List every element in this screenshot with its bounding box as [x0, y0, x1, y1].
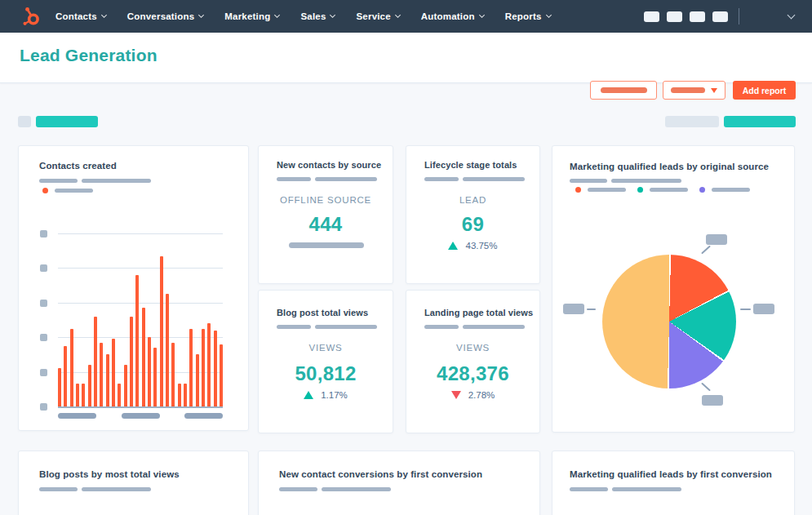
legend-item: [42, 188, 93, 193]
y-tick-placeholder: [40, 334, 47, 341]
bar: [184, 384, 187, 406]
redacted-dropdown-button[interactable]: [663, 81, 725, 100]
legend-item: [575, 187, 626, 193]
x-axis-labels: [58, 413, 223, 419]
redacted-text-bar: [671, 87, 705, 93]
redacted-text-bar: [82, 179, 151, 183]
card-title: New contacts by source: [277, 160, 381, 170]
nav-action-placeholder-1[interactable]: [644, 11, 659, 22]
caret-down-icon: [711, 88, 717, 93]
nav-action-placeholder-2[interactable]: [667, 11, 682, 22]
nav-item-sales[interactable]: Sales: [300, 11, 335, 21]
card-title: New contact conversions by first convers…: [279, 469, 482, 479]
metric-label: LEAD: [406, 195, 539, 205]
nav-action-placeholder-3[interactable]: [690, 11, 705, 22]
legend-item: [637, 187, 688, 193]
bar: [94, 317, 97, 406]
card-lifecycle-stage-totals: Lifecycle stage totals LEAD 69 43.75%: [406, 145, 540, 284]
delta-value: 1.17%: [321, 390, 348, 400]
redacted-text-bar: [611, 179, 681, 183]
card-title: Blog posts by most total views: [39, 469, 180, 479]
chevron-down-icon: [198, 12, 204, 18]
nav-item-label: Contacts: [55, 11, 97, 21]
filter-placeholder-icon[interactable]: [18, 116, 31, 127]
nav-item-label: Marketing: [224, 11, 270, 21]
nav-item-automation[interactable]: Automation: [421, 11, 484, 21]
y-tick-placeholder: [40, 300, 47, 307]
card-landing-page-total-views: Landing page total views VIEWS 428,376 2…: [406, 290, 540, 433]
metric-value: 428,376: [406, 362, 539, 385]
chevron-down-icon: [101, 12, 107, 18]
account-chevron-down-icon[interactable]: [788, 11, 796, 19]
delta-row: 1.17%: [259, 390, 393, 400]
legend-dot-icon: [42, 188, 48, 193]
nav-item-contacts[interactable]: Contacts: [55, 11, 106, 21]
bar: [148, 337, 151, 406]
filter-pill-right-gray[interactable]: [665, 116, 719, 127]
pie-chart[interactable]: [602, 255, 736, 388]
redacted-text-bar: [424, 325, 459, 329]
y-tick-placeholder: [40, 403, 47, 411]
bar: [178, 384, 181, 406]
card-blog-posts-by-most-total-views: Blog posts by most total views: [18, 451, 249, 515]
bar: [196, 354, 199, 406]
card-blog-post-total-views: Blog post total views VIEWS 50,812 1.17%: [258, 290, 393, 433]
dashboard-header: Lead Generation Add report: [0, 33, 812, 83]
redacted-text-bar: [315, 177, 377, 181]
hubspot-logo-icon[interactable]: [18, 4, 42, 29]
nav-item-conversations[interactable]: Conversations: [127, 11, 203, 21]
callout-line: [587, 309, 596, 310]
nav-item-reports[interactable]: Reports: [505, 11, 551, 21]
redacted-text-bar: [463, 325, 525, 329]
pie-legend: [575, 187, 750, 193]
legend-item: [699, 187, 750, 193]
nav-item-label: Automation: [421, 11, 475, 21]
bar: [100, 343, 103, 406]
card-title: Lifecycle stage totals: [424, 160, 517, 170]
metric-label: VIEWS: [259, 343, 393, 353]
bar: [112, 339, 115, 406]
nav-item-label: Sales: [300, 11, 326, 21]
redacted-text-bar: [39, 179, 78, 183]
bar: [124, 365, 127, 406]
sprocket-icon: [20, 6, 42, 28]
bar: [220, 344, 223, 406]
redacted-text-bar: [712, 188, 750, 192]
delta-value: 2.78%: [468, 390, 495, 400]
legend-dot-icon: [637, 187, 643, 193]
card-new-contacts-by-source: New contacts by source OFFLINE SOURCE 44…: [258, 145, 393, 284]
gridline: [58, 406, 223, 408]
nav-item-marketing[interactable]: Marketing: [224, 11, 279, 21]
chevron-down-icon: [330, 12, 335, 18]
card-new-contact-conversions: New contact conversions by first convers…: [258, 451, 540, 515]
metric-value: 69: [406, 213, 539, 236]
bar: [64, 346, 67, 406]
bar: [88, 365, 91, 406]
bar: [153, 348, 157, 406]
page-title: Lead Generation: [20, 46, 158, 65]
add-report-button[interactable]: Add report: [733, 81, 796, 100]
nav-action-placeholder-4[interactable]: [712, 11, 728, 22]
filter-pill-right-teal[interactable]: [724, 116, 796, 127]
redacted-action-button[interactable]: [590, 81, 657, 100]
bar: [166, 294, 169, 406]
card-mql-by-first-conversion: Marketing qualified leads by first conve…: [552, 451, 795, 515]
bar: [76, 384, 79, 406]
y-tick-placeholder: [40, 230, 47, 238]
redacted-text-bar: [588, 188, 626, 192]
bar: [202, 329, 205, 406]
nav-divider: [739, 8, 739, 24]
bar: [160, 256, 163, 406]
card-title: Marketing qualified leads by first conve…: [570, 469, 772, 479]
bar: [189, 329, 193, 406]
chevron-down-icon: [546, 12, 552, 18]
bar-chart-plot[interactable]: [58, 233, 223, 406]
x-tick-placeholder: [122, 413, 160, 419]
redacted-text-bar: [39, 487, 78, 491]
redacted-text-bar: [55, 189, 93, 193]
nav-item-service[interactable]: Service: [356, 11, 399, 21]
filter-pill-left[interactable]: [36, 116, 98, 127]
top-nav: Contacts Conversations Marketing Sales S…: [0, 0, 812, 33]
card-contacts-created: Contacts created: [18, 145, 249, 431]
nav-item-label: Service: [356, 11, 390, 21]
